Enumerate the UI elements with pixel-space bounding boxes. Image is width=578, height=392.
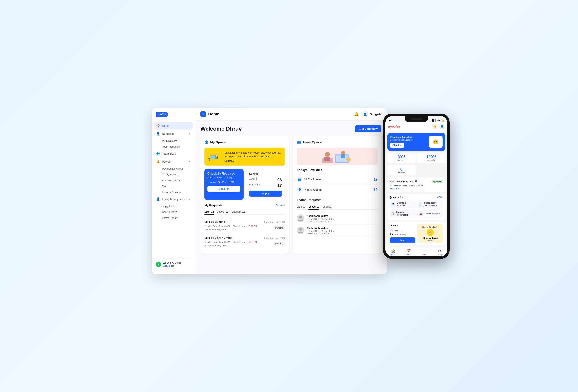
sidebar-item-apply-leave-label: Apply Leave	[162, 205, 176, 207]
leave-type-2: Sick leave	[319, 232, 329, 235]
phone-nav-menu[interactable]: ☰ Menu	[416, 249, 432, 256]
view-all-link[interactable]: View all	[276, 204, 285, 207]
apply-button[interactable]: Apply	[249, 191, 282, 196]
availed-row: Availed 06	[249, 178, 282, 182]
sidebar-item-loans[interactable]: Loans & Advances	[154, 189, 193, 195]
welcome-text: Welcome Dhruv	[200, 126, 242, 132]
quick-link-travel[interactable]: 🚗 Travel Companion	[417, 209, 443, 218]
req-title-2: Late by 3 hrs 40 mins	[204, 236, 232, 239]
sidebar-item-my-requests[interactable]: My Requests	[154, 138, 193, 144]
my-space-title-text: My Space	[210, 140, 226, 144]
quick-link-payslips[interactable]: 📄 Payslips, salary breakups &more	[417, 200, 443, 208]
quick-link-expense-text: Expense & Advances	[397, 202, 414, 207]
view-details-link[interactable]: View Details	[390, 187, 443, 190]
sidebar-nav: 🏠 Home 👤 Requests ▼ My Requests Team Req…	[152, 122, 195, 258]
stats-row: 30% Attendance 100% Punctuality	[387, 153, 445, 163]
phone-nav-settings[interactable]: ⚙ Settings	[432, 249, 447, 256]
phone-checkin-button[interactable]: Checkin	[390, 143, 404, 148]
phone-apply-button[interactable]: Apply	[390, 237, 415, 243]
table-row: Late by 35 mins Applied on 6 oct, 2024 C…	[204, 218, 285, 234]
sidebar-item-yearly-report[interactable]: Yearly Report	[154, 172, 193, 177]
team-tab-late-label: Late	[297, 205, 302, 208]
employees-icon: 👥	[297, 177, 302, 182]
phone-notch	[405, 116, 428, 122]
sidebar-item-leave-reports[interactable]: Leave Reports	[154, 215, 193, 221]
banner-text: Mark attendance, apply for leaves, view …	[224, 151, 282, 158]
tab-leave[interactable]: Leave 12	[217, 209, 229, 215]
signal-icon: ▌▌▌	[432, 119, 436, 122]
team-tab-checkin[interactable]: Checki...	[322, 204, 332, 210]
member-from-1: 6 Oct, 2024	[313, 218, 325, 220]
explore-link[interactable]: Explore →	[224, 159, 282, 162]
quick-link-attendance[interactable]: 📋 Attendance Regularisation	[389, 209, 416, 218]
today-stats-title: Todays Statistics	[297, 168, 378, 172]
team-req-tabs: Late 12 Leave 12 Checki...	[297, 204, 378, 210]
sidebar-item-see-holidays[interactable]: See Holidays	[154, 209, 193, 215]
quick-link-expense[interactable]: ⏱ Expense & Advances	[389, 200, 416, 208]
birthday-title: Happy Birthday to	[419, 226, 441, 228]
welcome-row: Welcome Dhruv ⊞ || Split View	[200, 125, 382, 132]
home-icon: 🏠	[156, 124, 160, 128]
member-name-2: Aashutosh Yadav	[307, 227, 335, 230]
team-tab-late[interactable]: Late 12	[297, 204, 305, 210]
sidebar-item-my-requests-label: My Requests	[162, 139, 177, 142]
team-tab-leave-count: 12	[316, 205, 319, 208]
phone-frame: 9:41 ▌▌▌ WiFi 🔋 Impulse 🔔 👤	[383, 114, 450, 259]
profile-icon-btn[interactable]: 👤	[439, 124, 445, 129]
attendance-reg-icon: 📋	[391, 211, 395, 216]
phone-nav-home[interactable]: 🏠 Home	[385, 249, 401, 256]
sidebar-item-requests[interactable]: 👤 Requests ▼	[154, 130, 193, 138]
user-avatar: 👤	[362, 111, 368, 117]
team-space-panel: 👥 Team Space	[293, 136, 382, 254]
check-in-button[interactable]: Check-in	[207, 186, 241, 192]
phone-nav-calendar[interactable]: 📅 Calendar	[401, 249, 416, 256]
phone-checkin-card: Check-In Required Check-In to start your…	[387, 133, 445, 151]
tab-late-label: Late	[204, 210, 210, 213]
requests-tabs: Late 12 Leave 12 Checkin 12	[204, 209, 285, 215]
req-title-1: Late by 35 mins	[204, 220, 225, 223]
my-space-icon: 👤	[204, 140, 209, 145]
tab-late[interactable]: Late 12	[204, 209, 214, 215]
team-tab-leave[interactable]: Leave 12	[308, 204, 319, 210]
sidebar-item-loans-label: Loans & Advances	[162, 191, 183, 194]
bell-icon[interactable]: 🔔	[354, 112, 359, 116]
applied-date-2: 6 oct, 2024	[215, 245, 226, 247]
back-button[interactable]: ‹	[200, 111, 206, 117]
people-absent-label: 👤 People Absent	[297, 187, 322, 193]
team-illustration	[318, 148, 357, 164]
leave-req-title: Total Leave Requests 8	[390, 180, 417, 183]
banner-illustration	[207, 151, 221, 162]
req-details-2: Checkin Date : 6, oct 2024 Check-In time…	[204, 240, 257, 247]
sidebar-item-tax[interactable]: Tax	[154, 184, 193, 189]
office-time: 02:24:19	[163, 264, 181, 267]
all-employees-row: 👥 All Employees 19	[297, 174, 378, 185]
sidebar-item-leave-reports-label: Leave Reports	[162, 216, 179, 219]
split-view-button[interactable]: ⊞ || Split View	[355, 125, 382, 132]
dashboard-card: WoCo 🏠 Home 👤 Requests ▼ My Requests	[152, 108, 387, 274]
checkin-dashes: --------	[210, 181, 216, 184]
sidebar-item-payslips[interactable]: Payslips Download	[154, 166, 193, 172]
quick-link-attendance-text: Attendance Regularisation	[396, 211, 414, 216]
checkin-date-label-2: Checkin Date : 6, oct 2024	[204, 241, 230, 243]
notification-icon-btn[interactable]: 🔔	[432, 124, 437, 129]
sidebar-item-reimbursement[interactable]: Reimbursement	[154, 178, 193, 183]
punctuality-label: Punctuality	[419, 159, 443, 161]
user-badge[interactable]: 👤 Sangrila	[362, 111, 382, 117]
tab-late-count: 12	[211, 210, 214, 213]
sidebar-item-payroll[interactable]: 💰 Payroll ▼	[154, 158, 193, 165]
checkin-date-label-1: Checkin Date : 6, oct 2024	[204, 225, 230, 227]
view-all-quick-links[interactable]: View all	[437, 196, 443, 198]
checkin-time-val-1: 10:52 PM	[248, 225, 257, 227]
sidebar-item-home[interactable]: 🏠 Home	[154, 122, 193, 130]
header-right: 🔔 👤 Sangrila	[354, 111, 382, 117]
sidebar-item-team-requests[interactable]: Team Requests	[154, 144, 193, 149]
office-check-icon: ✓	[156, 262, 161, 267]
sidebar-item-apply-leave[interactable]: Apply Leave	[154, 203, 193, 209]
sidebar-item-leave-management[interactable]: 👤 Leave Management ▼	[154, 195, 193, 203]
phone-settings-label: Settings	[436, 254, 443, 256]
approved-badge: Approved	[432, 180, 443, 183]
phone-leaves-title: Leaves	[390, 224, 415, 227]
tab-checkin[interactable]: Checkin 12	[231, 209, 245, 215]
checkin-info-row: ⤴ -------- 📅 25 sep, 2023	[207, 181, 241, 184]
sidebar-item-team-stats[interactable]: 👥 Team Stats	[154, 150, 193, 157]
